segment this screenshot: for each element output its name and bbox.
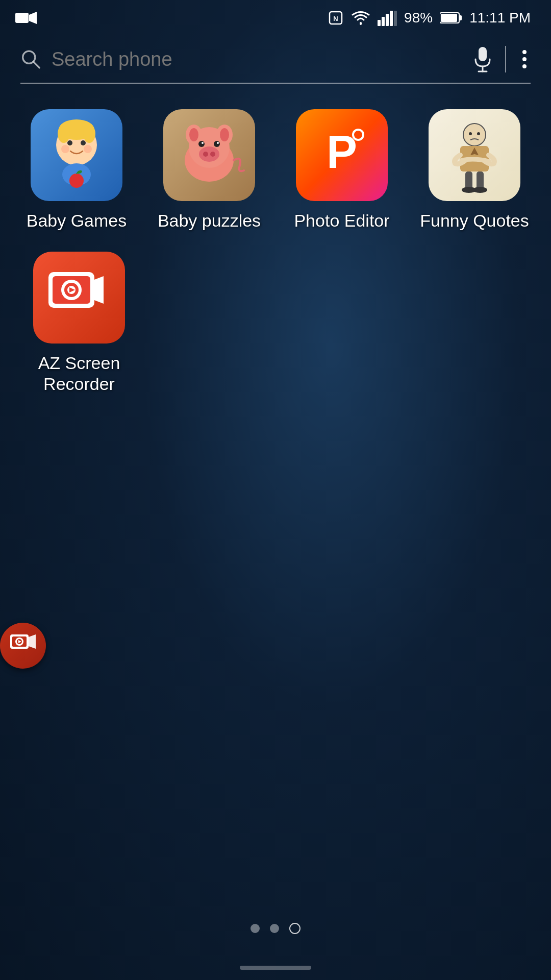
status-right-area: N 98% 11:11 PM	[328, 10, 531, 26]
svg-point-37	[198, 141, 205, 147]
svg-point-24	[84, 145, 92, 153]
funny-quotes-icon	[429, 109, 520, 201]
funny-quotes-label: Funny Quotes	[420, 210, 529, 231]
status-left-icons	[15, 11, 37, 25]
svg-point-39	[202, 142, 204, 144]
az-recorder-label: AZ Screen Recorder	[20, 353, 138, 395]
svg-point-22	[81, 140, 86, 145]
svg-rect-4	[378, 20, 381, 26]
nfc-icon: N	[328, 10, 344, 26]
more-options-button[interactable]	[518, 48, 531, 70]
wifi-icon	[351, 10, 370, 26]
home-indicator	[240, 966, 311, 970]
battery-percentage: 98%	[404, 10, 433, 26]
svg-point-36	[210, 152, 215, 157]
app-item-photo-editor[interactable]: P Photo Editor	[286, 109, 398, 231]
microphone-icon[interactable]	[472, 46, 493, 72]
svg-rect-14	[479, 47, 487, 61]
az-recorder-icon-wrapper[interactable]	[33, 252, 125, 344]
floating-az-button[interactable]	[0, 623, 46, 669]
photo-editor-svg: P	[301, 114, 383, 196]
svg-rect-11	[459, 15, 462, 20]
svg-point-40	[217, 142, 219, 144]
baby-games-icon-wrapper[interactable]	[31, 109, 122, 201]
app-grid: Baby Games	[0, 84, 551, 394]
az-recorder-icon	[33, 252, 125, 344]
svg-rect-7	[390, 11, 393, 26]
svg-rect-8	[394, 11, 397, 26]
status-bar: N 98% 11:11 PM	[0, 0, 551, 36]
baby-games-svg	[36, 114, 117, 196]
page-indicators	[251, 923, 300, 934]
svg-point-35	[203, 152, 208, 157]
svg-point-38	[214, 141, 220, 147]
baby-puzzles-icon-wrapper[interactable]	[163, 109, 255, 201]
svg-point-32	[189, 128, 198, 141]
svg-point-43	[354, 131, 362, 139]
page-dot-2[interactable]	[270, 924, 279, 933]
divider	[505, 46, 506, 72]
app-item-baby-puzzles[interactable]: Baby puzzles	[153, 109, 265, 231]
search-actions	[472, 46, 531, 72]
dot-2	[522, 57, 527, 61]
svg-line-13	[33, 62, 39, 68]
svg-rect-5	[382, 17, 385, 26]
svg-rect-0	[15, 13, 29, 23]
photo-editor-icon: P	[296, 109, 388, 201]
svg-point-23	[61, 145, 69, 153]
svg-point-26	[69, 174, 84, 188]
svg-rect-10	[441, 14, 457, 22]
photo-editor-icon-wrapper[interactable]: P	[296, 109, 388, 201]
page-dot-1[interactable]	[251, 924, 260, 933]
svg-point-34	[199, 146, 219, 162]
floating-az-icon	[8, 630, 38, 661]
app-item-az-recorder[interactable]: AZ Screen Recorder	[20, 252, 138, 395]
search-input[interactable]	[52, 48, 472, 70]
svg-point-19	[58, 125, 70, 143]
funny-quotes-icon-wrapper[interactable]	[429, 109, 520, 201]
dot-1	[522, 50, 527, 54]
battery-icon	[440, 11, 462, 25]
svg-point-44	[463, 124, 486, 146]
baby-games-icon	[31, 109, 122, 201]
signal-icon	[378, 10, 397, 26]
app-row-2: AZ Screen Recorder	[20, 252, 531, 395]
svg-point-46	[477, 132, 480, 135]
time-display: 11:11 PM	[469, 10, 531, 26]
dot-3	[522, 64, 527, 68]
search-bar[interactable]	[20, 46, 531, 84]
svg-point-52	[473, 187, 487, 193]
svg-point-33	[220, 128, 229, 141]
az-recorder-svg	[38, 257, 120, 338]
svg-rect-6	[386, 14, 389, 26]
search-input-area[interactable]	[20, 48, 472, 70]
svg-marker-1	[29, 12, 37, 24]
page-dot-3-active[interactable]	[289, 923, 300, 934]
baby-puzzles-label: Baby puzzles	[158, 210, 261, 231]
svg-point-45	[469, 132, 472, 135]
svg-marker-65	[29, 634, 36, 649]
svg-text:N: N	[333, 15, 338, 22]
photo-editor-label: Photo Editor	[294, 210, 389, 231]
app-row-1: Baby Games	[20, 109, 531, 231]
svg-point-21	[67, 140, 72, 145]
baby-games-label: Baby Games	[27, 210, 127, 231]
svg-point-20	[83, 125, 95, 143]
app-item-baby-games[interactable]: Baby Games	[20, 109, 133, 231]
baby-puzzles-svg	[168, 114, 250, 196]
app-item-funny-quotes[interactable]: Funny Quotes	[418, 109, 531, 231]
funny-quotes-svg	[434, 114, 515, 196]
baby-puzzles-icon	[163, 109, 255, 201]
search-icon	[20, 48, 41, 70]
video-camera-icon	[15, 11, 37, 25]
